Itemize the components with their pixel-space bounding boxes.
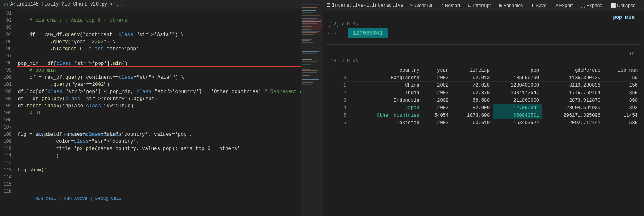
minimap: [301, 0, 323, 216]
pop-min-var-label: pop_min: [613, 14, 635, 20]
svg-rect-0: [301, 0, 323, 216]
dots-btn-2[interactable]: ···: [327, 67, 337, 73]
svg-rect-37: [302, 75, 310, 76]
line-num-113: 113: [0, 167, 12, 174]
code-line-100: df = raw_df.query("continent==class="str…: [17, 74, 301, 81]
df-col-4: pop: [493, 67, 542, 74]
code-line-98: pop_min = df[class="str">'pop'].min(): [17, 60, 301, 67]
line-num-108: 108: [0, 131, 12, 138]
row-year-4: 2002: [423, 104, 452, 112]
editor-title-bar: ⬡ Article145 Plotly Pie Chart v20.py > .…: [0, 0, 301, 9]
export-button[interactable]: ↗ Export: [553, 2, 575, 9]
row-idx-4: 4: [340, 104, 353, 112]
output-separator: [326, 44, 641, 45]
svg-rect-25: [302, 51, 319, 52]
code-line-94: df = raw_df.query("continent==class="str…: [17, 31, 301, 38]
editor-panel: ⬡ Article145 Plotly Pie Chart v20.py > .…: [0, 0, 301, 216]
row-country-1: China: [353, 82, 423, 89]
row-year-6: 2002: [423, 119, 452, 127]
interactive-panel: ☰ Interactive-1.interactive ✕ Clear All …: [323, 0, 644, 216]
row-isonum-6: 586: [604, 119, 641, 127]
code-line-103: df = df.groupby(class="str">'country').a…: [17, 95, 301, 102]
row-isonum-5: 11454: [604, 112, 641, 119]
save-label: Save: [536, 3, 546, 8]
clear-all-button[interactable]: ✕ Clear All: [408, 2, 434, 9]
svg-rect-19: [302, 36, 310, 36]
expand-button[interactable]: ⛶ Expand: [579, 2, 604, 9]
code-line-97: [17, 53, 301, 60]
code-line-96: .nlargest(6, class="str">'pop'): [17, 45, 301, 53]
svg-rect-23: [302, 18, 322, 21]
cell-time-2: 0.0s: [347, 58, 358, 64]
row-isonum-1: 156: [604, 82, 641, 89]
df-col-0: [340, 67, 353, 74]
code-line-106: [17, 117, 301, 124]
table-row: 3Indonesia200268.5882110600002873.912870…: [340, 97, 641, 104]
row-country-5: Other countries: [353, 112, 423, 119]
row-country-0: Bangladesh: [353, 74, 423, 82]
svg-rect-17: [302, 32, 317, 33]
code-line-111: ): [17, 152, 301, 159]
code-line-99: # pop_min: [17, 67, 301, 74]
line-num-109: 109: [0, 138, 12, 145]
export-icon: ↗: [555, 3, 558, 8]
variables-button[interactable]: ⊞ Variables: [497, 2, 524, 9]
row-pop-3: 211060000: [493, 97, 542, 104]
row-gdp-3: 2873.912870: [542, 97, 604, 104]
line-num-92: 92: [0, 17, 12, 24]
row-pop-5: 660043501: [493, 112, 542, 119]
code-line-104: df.reset_index(inplace=class="kw">True): [17, 102, 301, 110]
svg-rect-29: [302, 61, 317, 62]
line-num-99: 99: [0, 67, 12, 74]
line-num-111: 111: [0, 152, 12, 159]
restart-button[interactable]: ↺ Restart: [439, 2, 462, 9]
code-line-114: [17, 174, 301, 181]
table-row: 5Other countries540541873.60066004350129…: [340, 112, 641, 119]
row-year-3: 2002: [423, 97, 452, 104]
code-lines: # pie chart : Asia top 6 + others df = r…: [14, 9, 301, 215]
df-col-6: iso_num: [604, 67, 641, 74]
expand-label: Expand: [586, 3, 602, 8]
svg-rect-41: [302, 84, 311, 85]
row-lifeexp-1: 72.028: [452, 82, 493, 89]
df-table: countryyearlifeExppopgdpPercapiso_num0Ba…: [340, 67, 641, 127]
line-num-96: 96: [0, 45, 12, 53]
line-num-91: 91: [0, 10, 12, 17]
row-lifeexp-6: 63.610: [452, 119, 493, 127]
save-button[interactable]: ⬇ Save: [529, 2, 548, 9]
svg-rect-26: [302, 53, 316, 54]
code-line-110: title='px pie(names=country, values=pop)…: [17, 145, 301, 152]
row-lifeexp-5: 1873.600: [452, 112, 493, 119]
code-line-115: [17, 181, 301, 188]
svg-rect-35: [302, 72, 317, 73]
interactive-title-text: Interactive-1.interactive: [332, 3, 403, 8]
line-num-107: 107: [0, 124, 12, 131]
code-line-95: .query("year==2002") \: [17, 38, 301, 45]
row-year-0: 2002: [423, 74, 452, 82]
check-icon-2: ✓: [342, 58, 344, 64]
svg-rect-18: [302, 34, 314, 35]
df-col-3: lifeExp: [452, 67, 493, 74]
svg-rect-24: [302, 21, 322, 30]
interactive-icon: ☰: [326, 2, 331, 8]
dots-btn-1[interactable]: ···: [327, 30, 337, 36]
row-country-4: Japan: [353, 104, 423, 112]
interrupt-button[interactable]: ☐ Interrupt: [466, 2, 492, 9]
row-gdp-4: 28604.591900: [542, 104, 604, 112]
row-gdp-0: 1136.390430: [542, 74, 604, 82]
svg-rect-27: [302, 55, 321, 55]
run-cell-bar-116[interactable]: Run Cell | Run Above | Debug Cell: [17, 188, 301, 195]
collapse-button[interactable]: ⬜ Collapse: [609, 2, 637, 9]
interrupt-label: Interrupt: [473, 3, 491, 8]
svg-rect-34: [302, 70, 318, 71]
pop-min-value: 127065841: [348, 28, 388, 38]
row-pop-4: 127065841: [493, 104, 542, 112]
svg-rect-39: [302, 81, 317, 81]
svg-rect-30: [302, 63, 314, 63]
run-cell-bar-107[interactable]: Run Cell | Run Above | Debug Cell: [17, 124, 301, 131]
interactive-header: ☰ Interactive-1.interactive ✕ Clear All …: [323, 0, 644, 11]
minimap-svg: [301, 0, 323, 216]
row-country-6: Pakistan: [353, 119, 423, 127]
row-lifeexp-4: 82.000: [452, 104, 493, 112]
code-line-93: [17, 24, 301, 31]
